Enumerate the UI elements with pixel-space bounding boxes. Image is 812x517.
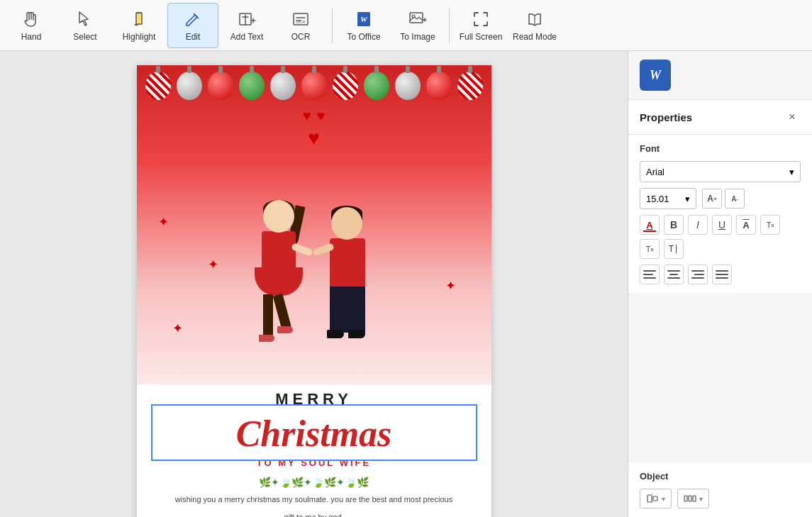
font-size-dropdown[interactable]: 15.01 ▾ — [640, 188, 696, 209]
select-icon — [75, 9, 95, 29]
document-canvas: ♥ ♥ ♥ ✦ ✦ ✦ ✦ — [137, 65, 491, 517]
justify-button[interactable] — [712, 265, 732, 284]
panel-close-button[interactable]: × — [784, 109, 801, 126]
object-distribute-arrow: ▾ — [699, 495, 703, 503]
font-dropdown-arrow: ▾ — [789, 167, 794, 177]
to-image-label: To Image — [400, 32, 435, 42]
properties-panel: W Properties × Font Arial ▾ 15.01 ▾ — [628, 51, 812, 517]
justify-icon — [713, 267, 731, 282]
toolbar-hand[interactable]: Hand — [6, 3, 57, 48]
alignment-buttons-row — [640, 265, 801, 284]
heart-small-1: ♥ — [303, 108, 311, 124]
boy-shoe-right — [348, 330, 365, 338]
edit-label: Edit — [186, 32, 201, 42]
font-size-row: 15.01 ▾ A+ A- — [640, 188, 801, 209]
ocr-label: OCR — [291, 32, 311, 42]
main-area: ♥ ♥ ♥ ✦ ✦ ✦ ✦ — [0, 51, 812, 517]
toolbar-select[interactable]: Select — [60, 3, 111, 48]
boy-shoe-left — [327, 330, 344, 338]
object-align-button[interactable]: ▾ — [640, 489, 672, 508]
object-distribute-button[interactable]: ▾ — [677, 489, 709, 508]
ornament-8 — [364, 72, 389, 100]
font-color-button[interactable]: A — [640, 215, 660, 235]
subscript-button[interactable]: Ta — [640, 239, 660, 259]
ornament-9 — [395, 72, 421, 100]
svg-text:W: W — [360, 15, 368, 23]
divider-1 — [332, 8, 333, 43]
strikethrough-button[interactable]: A — [736, 215, 756, 235]
toolbar-read-mode[interactable]: Read Mode — [509, 3, 560, 48]
divider-2 — [449, 8, 450, 43]
boy-figure — [314, 200, 385, 370]
svg-rect-6 — [410, 13, 423, 23]
panel-header: Properties × — [628, 100, 812, 135]
hand-icon — [21, 9, 41, 29]
font-name-row: Arial ▾ — [640, 161, 801, 182]
toolbar-to-image[interactable]: To Image — [392, 3, 443, 48]
font-name-dropdown[interactable]: Arial ▾ — [640, 161, 801, 182]
add-text-label: Add Text — [230, 32, 263, 42]
hearts-area: ♥ ♥ ♥ — [303, 108, 326, 150]
hand-label: Hand — [21, 32, 42, 42]
sparkle-3: ✦ — [172, 321, 183, 336]
boy-body — [330, 238, 365, 289]
card-image-top: ♥ ♥ ♥ ✦ ✦ ✦ ✦ — [137, 65, 491, 384]
toolbar-full-screen[interactable]: Full Screen — [455, 3, 506, 48]
wishing-text-line2: gift to me by god. — [137, 508, 491, 518]
font-section-label: Font — [640, 143, 801, 154]
object-buttons-row: ▾ ▾ — [640, 489, 801, 508]
align-right-button[interactable] — [688, 265, 708, 284]
align-center-button[interactable] — [664, 265, 684, 284]
toolbar-to-office[interactable]: W To Office — [338, 3, 389, 48]
align-left-button[interactable] — [640, 265, 660, 284]
toolbar-edit[interactable]: Edit — [167, 3, 218, 48]
sparkle-1: ✦ — [158, 214, 169, 230]
toolbar-add-text[interactable]: Add Text — [221, 3, 272, 48]
merry-text: MERRY — [137, 384, 491, 410]
ornament-2 — [177, 72, 202, 100]
object-distribute-icon — [684, 492, 696, 505]
edit-icon — [183, 9, 203, 29]
svg-rect-12 — [684, 496, 687, 501]
superscript-button[interactable]: Ta — [760, 215, 780, 235]
italic-button[interactable]: I — [688, 215, 708, 235]
girl-figure — [243, 200, 314, 370]
underline-button[interactable]: U — [712, 215, 732, 235]
panel-title: Properties — [640, 111, 692, 123]
girl-shoe-left — [259, 335, 274, 342]
font-increase-button[interactable]: A+ — [702, 189, 722, 209]
font-name-value: Arial — [646, 167, 664, 177]
svg-rect-14 — [693, 496, 696, 501]
ornament-11 — [457, 72, 483, 100]
toolbar-ocr[interactable]: OCR OCR — [275, 3, 326, 48]
document-area[interactable]: ♥ ♥ ♥ ✦ ✦ ✦ ✦ — [0, 51, 628, 517]
to-office-icon: W — [354, 9, 374, 29]
ornament-1 — [145, 72, 171, 100]
size-dropdown-arrow: ▾ — [685, 194, 690, 204]
font-size-buttons: A+ A- — [702, 189, 745, 209]
ornament-6 — [301, 72, 327, 100]
align-center-icon — [664, 267, 683, 282]
full-screen-icon — [471, 9, 491, 29]
object-section: Object ▾ — [628, 462, 812, 517]
font-decrease-button[interactable]: A- — [725, 189, 745, 209]
wishing-text-line1: wishing you a merry christmas my soulmat… — [137, 491, 491, 508]
christmas-text: Christmas — [137, 410, 491, 455]
card-text-area: MERRY Christmas TO MY SOUL WIFE 🌿✦🍃🌿✦🍃🌿✦… — [137, 384, 491, 517]
font-size-value: 15.01 — [646, 194, 669, 204]
monospace-button[interactable]: T| — [664, 239, 684, 259]
highlight-label: Highlight — [123, 32, 156, 42]
svg-rect-0 — [136, 13, 142, 24]
girl-leg-right — [272, 294, 291, 330]
sparkle-4: ✦ — [208, 257, 218, 272]
heart-small-2: ♥ — [317, 108, 326, 124]
bold-button[interactable]: B — [664, 215, 684, 235]
sparkle-2: ✦ — [445, 278, 456, 294]
align-left-icon — [640, 267, 659, 282]
toolbar-highlight[interactable]: Highlight — [113, 3, 165, 48]
format-buttons-row: A B I U A Ta Ta T| — [640, 215, 801, 259]
svg-rect-9 — [647, 495, 652, 502]
object-section-label: Object — [640, 471, 801, 482]
boy-pants — [330, 287, 365, 333]
object-align-icon — [646, 492, 659, 505]
